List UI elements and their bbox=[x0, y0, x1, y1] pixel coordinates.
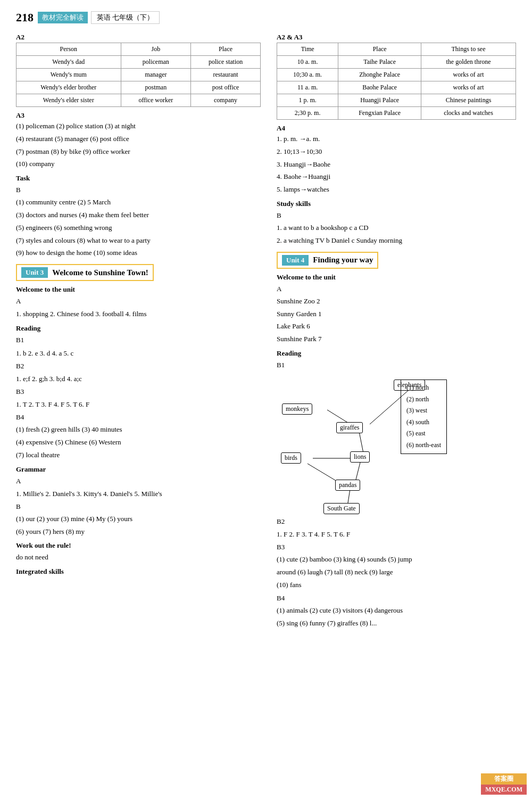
answer-line: (1) fresh (2) green hills (3) 40 minutes bbox=[16, 424, 261, 435]
answer-line: Sunny Garden 1 bbox=[277, 309, 516, 320]
table-row: 10 a. m.Taihe Palacethe golden throne bbox=[277, 56, 516, 69]
a2a3-col-place: Place bbox=[338, 43, 421, 56]
answer-line: (5) engineers (6) something wrong bbox=[16, 222, 261, 234]
node-giraffes: giraffes bbox=[336, 422, 363, 433]
welcome-a-label: A bbox=[16, 295, 261, 307]
answer-line: (1) policeman (2) police station (3) at … bbox=[16, 121, 261, 132]
zoo-diagram: monkeys giraffes elephants birds lions p… bbox=[277, 374, 447, 513]
b2-line: 1. e;f 2. g;h 3. b;d 4. a;c bbox=[16, 373, 261, 385]
header-title: 英语 七年级（下） bbox=[91, 11, 160, 24]
welcome-unit-title: Welcome to the unit bbox=[16, 285, 261, 294]
node-birds: birds bbox=[281, 452, 301, 464]
a3-title: A3 bbox=[16, 111, 261, 120]
b1-4-title: B1 bbox=[277, 359, 516, 371]
b2-4-title: B2 bbox=[277, 516, 516, 527]
answer-line: (10) company bbox=[16, 159, 261, 170]
a2a3-col-time: Time bbox=[277, 43, 338, 56]
b4-4-lines: (1) animals (2) cute (3) visitors (4) da… bbox=[277, 605, 516, 629]
answer-line: Sunshine Zoo 2 bbox=[277, 296, 516, 307]
a2a3-table: Time Place Things to see 10 a. m.Taihe P… bbox=[277, 43, 516, 120]
table-row: Wendy's mummanagerrestaurant bbox=[16, 69, 261, 81]
table-row: 2;30 p. m.Fengxian Palaceclocks and watc… bbox=[277, 107, 516, 120]
page-number: 218 bbox=[16, 11, 34, 24]
node-monkeys: monkeys bbox=[282, 403, 312, 415]
answer-line: (7) styles and colours (8) what to wear … bbox=[16, 235, 261, 246]
table-row: Wendy's dadpolicemanpolice station bbox=[16, 56, 261, 69]
answer-line: (7) local theatre bbox=[16, 450, 261, 461]
b3-4-title: B3 bbox=[277, 541, 516, 553]
unit4-badge: Unit 4 bbox=[282, 255, 309, 266]
watermark: 答案圈 MXQE.COM bbox=[481, 773, 527, 795]
welcome4-a-label: A bbox=[277, 283, 516, 295]
main-content: A2 Person Job Place Wendy's dadpoliceman… bbox=[16, 33, 516, 630]
reading-title: Reading bbox=[16, 324, 261, 333]
grammar-a-label: A bbox=[16, 475, 261, 487]
b4-title: B4 bbox=[16, 411, 261, 423]
zoo-legend: (1) north (2) north (3) west (4) south (… bbox=[401, 380, 447, 454]
right-column: A2 & A3 Time Place Things to see 10 a. m… bbox=[277, 33, 516, 630]
study-skills-title: Study skills bbox=[277, 200, 516, 208]
answer-line: 3. Huangji→Baohe bbox=[277, 159, 516, 170]
a2-col-job: Job bbox=[121, 43, 191, 56]
work-out-line: do not need bbox=[16, 551, 261, 563]
reading4-title: Reading bbox=[277, 349, 516, 358]
answer-line: (5) sing (6) funny (7) giraffes (8) l... bbox=[277, 618, 516, 629]
task-b-label: B bbox=[16, 184, 261, 196]
answer-line: (4) expensive (5) Chinese (6) Western bbox=[16, 437, 261, 448]
unit3-name: Welcome to Sunshine Town! bbox=[52, 268, 148, 277]
grammar-b-lines: (1) our (2) your (3) mine (4) My (5) you… bbox=[16, 514, 261, 538]
answer-line: (6) yours (7) hers (8) my bbox=[16, 526, 261, 538]
answer-line: (1) our (2) your (3) mine (4) My (5) you… bbox=[16, 514, 261, 525]
b4-lines: (1) fresh (2) green hills (3) 40 minutes… bbox=[16, 424, 261, 460]
task-b-lines: (1) community centre (2) 5 March(3) doct… bbox=[16, 197, 261, 259]
integrated-title: Integrated skills bbox=[16, 567, 261, 576]
answer-line: (9) how to design the home (10) some ide… bbox=[16, 248, 261, 259]
legend-1: (1) north bbox=[406, 382, 441, 394]
answer-line: 2. 10;13→10;30 bbox=[277, 146, 516, 158]
grammar-title: Grammar bbox=[16, 465, 261, 474]
watermark-top: 答案圈 bbox=[481, 773, 527, 785]
svg-line-6 bbox=[307, 464, 339, 483]
svg-line-4 bbox=[355, 460, 361, 482]
b2-4-line: 1. F 2. F 3. T 4. F 5. T 6. F bbox=[277, 529, 516, 540]
a2-table: Person Job Place Wendy's dadpolicemanpol… bbox=[16, 43, 261, 107]
svg-line-2 bbox=[359, 432, 363, 453]
page-header: 218 教材完全解读 英语 七年级（下） bbox=[16, 11, 516, 24]
a4-title: A4 bbox=[277, 124, 516, 133]
legend-2: (2) north bbox=[406, 394, 441, 406]
answer-line: 5. lamps→watches bbox=[277, 184, 516, 195]
legend-3: (3) west bbox=[406, 405, 441, 417]
unit3-badge: Unit 3 bbox=[21, 267, 48, 278]
legend-6: (6) north-east bbox=[406, 440, 441, 451]
header-badge: 教材完全解读 bbox=[38, 12, 88, 23]
answer-line: 1. a want to b a bookshop c a CD bbox=[277, 222, 516, 234]
left-column: A2 Person Job Place Wendy's dadpoliceman… bbox=[16, 33, 261, 630]
grammar-a-line: 1. Millie's 2. Daniel's 3. Kitty's 4. Da… bbox=[16, 488, 261, 500]
a2a3-title: A2 & A3 bbox=[277, 33, 516, 42]
b3-title: B3 bbox=[16, 386, 261, 398]
grammar-b-label: B bbox=[16, 501, 261, 513]
node-pandas: pandas bbox=[335, 480, 360, 491]
legend-4: (4) south bbox=[406, 417, 441, 428]
watermark-bottom: MXQE.COM bbox=[481, 785, 527, 795]
b3-4-lines: (1) cute (2) bamboo (3) king (4) sounds … bbox=[277, 554, 516, 590]
answer-line: around (6) laugh (7) tall (8) neck (9) l… bbox=[277, 567, 516, 578]
table-row: Wendy's elder brotherpostmanpost office bbox=[16, 81, 261, 94]
table-row: 1 p. m.Huangji PalaceChinese paintings bbox=[277, 94, 516, 107]
answer-line: 1. p. m. →a. m. bbox=[277, 134, 516, 145]
node-lions: lions bbox=[350, 451, 370, 463]
unit3-header: Unit 3 Welcome to Sunshine Town! bbox=[16, 264, 154, 281]
a4-lines: 1. p. m. →a. m.2. 10;13→10;303. Huangji→… bbox=[277, 134, 516, 195]
node-south-gate: South Gate bbox=[323, 503, 360, 514]
b1-title: B1 bbox=[16, 334, 261, 346]
answer-line: 2. a watching TV b Daniel c Sunday morni… bbox=[277, 235, 516, 246]
answer-line: Sunshine Park 7 bbox=[277, 334, 516, 345]
b2-title: B2 bbox=[16, 360, 261, 372]
answer-line: (3) doctors and nurses (4) make them fee… bbox=[16, 210, 261, 221]
study-b-lines: 1. a want to b a bookshop c a CD2. a wat… bbox=[277, 222, 516, 246]
welcome4-a-lines: Sunshine Zoo 2Sunny Garden 1Lake Park 6S… bbox=[277, 296, 516, 345]
answer-line: (1) community centre (2) 5 March bbox=[16, 197, 261, 208]
a3-lines: (1) policeman (2) police station (3) at … bbox=[16, 121, 261, 170]
work-out-title: Work out the rule! bbox=[16, 541, 261, 550]
welcome-unit4-title: Welcome to the unit bbox=[277, 273, 516, 282]
